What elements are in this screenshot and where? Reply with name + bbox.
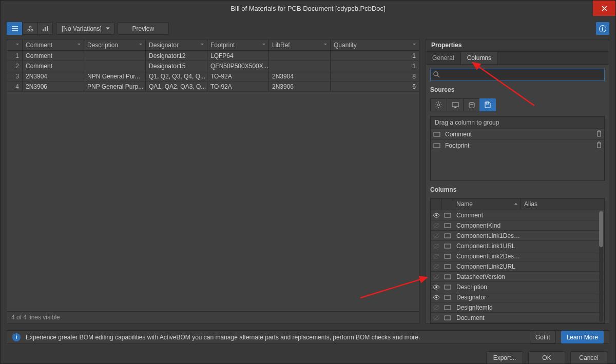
column-item[interactable]: ComponentLink2Desc...: [431, 251, 604, 261]
field-type-icon: [442, 253, 453, 260]
svg-point-0: [29, 26, 31, 28]
field-type-icon: [442, 242, 453, 250]
ok-button[interactable]: OK: [528, 351, 565, 364]
table-row[interactable]: 2 Comment Designator15 QFN50P500X500X...…: [7, 61, 419, 71]
svg-point-34: [435, 296, 437, 298]
col-header-name[interactable]: Name: [453, 199, 521, 210]
svg-rect-4: [45, 27, 46, 31]
search-input[interactable]: [430, 69, 605, 81]
table-row[interactable]: 4 2N3906 PNP General Purp... QA1, QA2, Q…: [7, 82, 419, 92]
col-header-visibility[interactable]: [431, 199, 442, 210]
visibility-toggle[interactable]: [431, 294, 442, 301]
search-icon: [433, 71, 440, 79]
visibility-toggle[interactable]: [431, 212, 442, 219]
source-server-button[interactable]: [463, 98, 479, 111]
table-row[interactable]: 1 Comment Designator12 LQFP64 1: [7, 51, 419, 61]
sources-buttons: [430, 98, 605, 111]
cancel-button[interactable]: Cancel: [570, 351, 607, 364]
list-view-button[interactable]: [7, 22, 22, 35]
column-item[interactable]: DesignItemId: [431, 302, 604, 313]
column-item[interactable]: Designator: [431, 292, 604, 302]
col-header-type[interactable]: [442, 199, 453, 210]
column-name: Designator: [453, 294, 521, 301]
field-type-icon: [442, 273, 453, 280]
tab-general[interactable]: General: [426, 52, 461, 64]
visibility-toggle[interactable]: [431, 314, 442, 321]
field-icon: [433, 142, 441, 149]
component-view-button[interactable]: [22, 22, 37, 35]
column-item[interactable]: ComponentLink2URL: [431, 261, 604, 272]
source-document-button[interactable]: [479, 98, 496, 111]
source-design-button[interactable]: [447, 98, 463, 111]
visibility-toggle[interactable]: [431, 242, 442, 250]
svg-rect-5: [47, 26, 48, 31]
visibility-toggle[interactable]: [431, 273, 442, 280]
grid-header-comment[interactable]: Comment: [23, 39, 84, 50]
svg-rect-35: [445, 295, 451, 299]
visibility-toggle[interactable]: [431, 232, 442, 239]
dialog-window: Bill of Materials for PCB Document [cdyp…: [0, 0, 616, 364]
scrollbar-thumb[interactable]: [599, 211, 603, 247]
column-item[interactable]: DatasheetVersion: [431, 272, 604, 282]
columns-list[interactable]: CommentComponentKindComponentLink1Desc..…: [431, 210, 604, 323]
window-title: Bill of Materials for PCB Document [cdyp…: [230, 5, 385, 12]
learnmore-button[interactable]: Learn More: [561, 331, 604, 343]
svg-rect-23: [445, 234, 451, 238]
gotit-button[interactable]: Got it: [530, 331, 556, 343]
column-name: DesignItemId: [453, 304, 521, 311]
grid-header-designator[interactable]: Designator: [146, 39, 207, 50]
svg-rect-27: [445, 254, 451, 258]
grid-header-rownum[interactable]: [7, 39, 23, 50]
group-item[interactable]: Footprint: [431, 139, 604, 151]
column-item[interactable]: Description: [431, 282, 604, 292]
visibility-toggle[interactable]: [431, 284, 442, 291]
group-item[interactable]: Comment: [431, 128, 604, 139]
group-item-label: Footprint: [445, 142, 592, 149]
svg-rect-19: [445, 213, 451, 217]
activebom-banner: i Experience greater BOM editing capabil…: [7, 330, 609, 344]
visibility-toggle[interactable]: [431, 304, 442, 311]
svg-point-9: [434, 72, 438, 76]
remove-group-button[interactable]: [596, 141, 602, 150]
close-button[interactable]: [593, 1, 615, 16]
close-icon: [602, 6, 607, 11]
info-button[interactable]: [596, 22, 609, 35]
panel-tabs: General Columns: [426, 52, 609, 65]
grid-body[interactable]: 1 Comment Designator12 LQFP64 1 2 Commen…: [7, 51, 419, 311]
preview-button[interactable]: Preview: [118, 22, 169, 35]
svg-rect-17: [434, 144, 440, 148]
grid-header-description[interactable]: Description: [84, 39, 146, 50]
bom-grid: Comment Description Designator Footprint…: [7, 39, 419, 324]
grid-header-libref[interactable]: LibRef: [269, 39, 331, 50]
chart-view-button[interactable]: [37, 22, 53, 35]
field-type-icon: [442, 232, 453, 239]
grid-header-quantity[interactable]: Quantity: [331, 39, 419, 50]
column-name: ComponentLink2URL: [453, 263, 521, 270]
columns-label: Columns: [430, 186, 605, 193]
svg-rect-31: [445, 275, 451, 279]
column-item[interactable]: ComponentKind: [431, 220, 604, 231]
column-name: ComponentLink1Desc...: [453, 232, 521, 239]
source-params-button[interactable]: [430, 98, 447, 111]
search-row: [430, 69, 605, 81]
grid-header-row: Comment Description Designator Footprint…: [7, 39, 419, 51]
remove-group-button[interactable]: [596, 130, 602, 138]
column-item[interactable]: ComponentLink1URL: [431, 241, 604, 251]
column-item[interactable]: Comment: [431, 210, 604, 220]
row-number: 1: [7, 51, 23, 60]
visibility-toggle[interactable]: [431, 222, 442, 229]
variations-dropdown[interactable]: [No Variations]: [56, 22, 114, 35]
trash-icon: [596, 141, 602, 148]
grid-header-footprint[interactable]: Footprint: [207, 39, 269, 50]
visibility-toggle[interactable]: [431, 263, 442, 270]
svg-point-14: [469, 102, 474, 104]
table-row[interactable]: 3 2N3904 NPN General Pur... Q1, Q2, Q3, …: [7, 71, 419, 82]
column-item[interactable]: Document: [431, 313, 604, 323]
export-button[interactable]: Export...: [486, 351, 523, 364]
svg-rect-33: [445, 285, 451, 289]
tab-columns[interactable]: Columns: [461, 52, 498, 64]
save-icon: [485, 102, 491, 108]
column-item[interactable]: ComponentLink1Desc...: [431, 231, 604, 241]
col-header-alias[interactable]: Alias: [521, 199, 604, 210]
visibility-toggle[interactable]: [431, 253, 442, 260]
